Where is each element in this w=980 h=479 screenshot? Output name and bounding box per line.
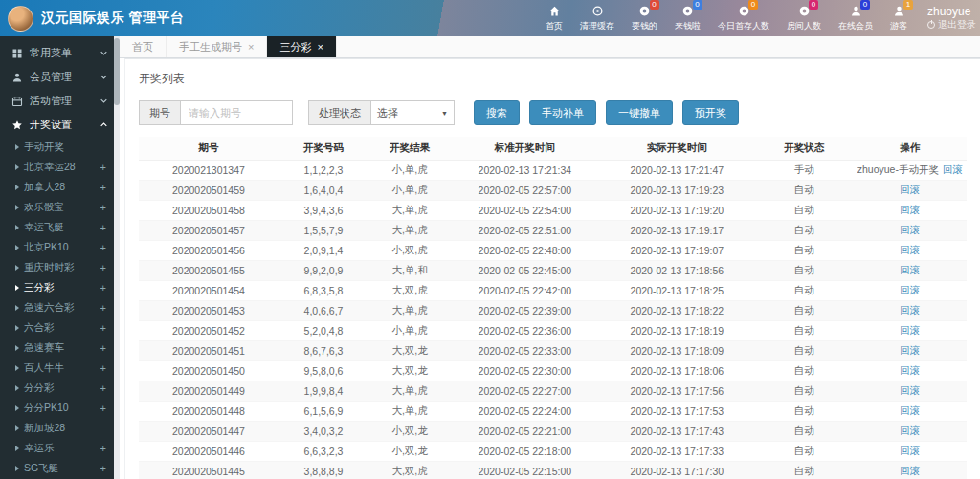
- plus-icon[interactable]: +: [100, 282, 106, 294]
- plus-icon[interactable]: +: [100, 242, 106, 253]
- sidebar-item[interactable]: 分分彩+: [0, 378, 120, 398]
- rollback-link[interactable]: 回滚: [900, 384, 920, 396]
- sidebar-item[interactable]: 重庆时时彩+: [0, 257, 120, 277]
- sidebar-item[interactable]: 幸运飞艇+: [0, 217, 120, 237]
- plus-icon[interactable]: +: [100, 362, 106, 374]
- plus-icon[interactable]: +: [100, 182, 106, 193]
- sidebar-group[interactable]: 常用菜单: [0, 41, 120, 65]
- sidebar-item[interactable]: 欢乐骰宝+: [0, 197, 120, 217]
- sidebar-item[interactable]: 幸运乐+: [0, 438, 120, 458]
- rollback-link[interactable]: 回滚: [900, 344, 920, 356]
- rollback-link[interactable]: 回滚: [900, 324, 920, 336]
- rollback-link[interactable]: 回滚: [900, 204, 920, 215]
- room-count-icon: 0: [797, 5, 811, 18]
- table-row: 20200213013471,1,2,2,3小,单,虎2020-02-13 17…: [139, 161, 967, 181]
- column-header: 标准开奖时间: [451, 137, 599, 161]
- table-cell: 大,双,龙: [368, 361, 451, 381]
- arrow-right-icon: [15, 265, 19, 271]
- rollback-link[interactable]: 回滚: [900, 184, 920, 195]
- manual-supplement-button[interactable]: 手动补单: [529, 100, 596, 125]
- tab-item[interactable]: 首页: [120, 36, 167, 57]
- status-select[interactable]: 选择 ▼: [370, 100, 455, 125]
- table-cell: 小,单,虎: [368, 161, 451, 181]
- sidebar-item[interactable]: 北京PK10+: [0, 237, 120, 257]
- rollback-link[interactable]: 回滚: [900, 244, 920, 255]
- sidebar-item[interactable]: 百人牛牛+: [0, 358, 120, 378]
- close-icon[interactable]: ×: [317, 41, 323, 53]
- table-cell: 2020020501450: [139, 361, 278, 381]
- rollback-link[interactable]: 回滚: [900, 364, 920, 376]
- arrow-right-icon: [15, 164, 19, 170]
- plus-icon[interactable]: +: [100, 162, 106, 173]
- navbar-item[interactable]: 清理缓存: [571, 0, 623, 36]
- rollback-link[interactable]: 回滚: [900, 425, 920, 436]
- plus-icon[interactable]: +: [100, 202, 106, 213]
- sidebar-item[interactable]: 急速六合彩+: [0, 297, 120, 317]
- plus-icon[interactable]: +: [100, 322, 106, 334]
- table-cell: 2020-02-05 22:54:00: [451, 201, 599, 221]
- navbar-item[interactable]: 0在线会员: [830, 0, 881, 36]
- tab-active[interactable]: 三分彩×: [267, 36, 336, 57]
- sidebar-group[interactable]: 会员管理: [0, 65, 120, 89]
- plus-icon[interactable]: +: [100, 302, 106, 314]
- rollback-link[interactable]: 回滚: [900, 264, 920, 275]
- batch-cancel-button[interactable]: 一键撤单: [606, 100, 673, 125]
- sidebar-item-label: 幸运飞艇: [24, 221, 96, 234]
- table-cell: 大,双,虎: [368, 281, 451, 301]
- table-cell: 2020-02-13 17:19:07: [599, 241, 755, 261]
- logout-button[interactable]: 退出登录: [927, 18, 976, 32]
- rollback-link[interactable]: 回滚: [900, 284, 920, 295]
- sidebar-scrollbar[interactable]: [114, 36, 120, 479]
- plus-icon[interactable]: +: [100, 382, 106, 394]
- sidebar-item[interactable]: SG飞艇+: [0, 458, 120, 478]
- sidebar-item[interactable]: 三分彩+: [0, 277, 120, 297]
- table-cell: 9,5,8,0,6: [278, 361, 368, 381]
- rollback-link[interactable]: 回滚: [900, 465, 920, 476]
- search-toolbar: 期号 处理状态 选择 ▼ 搜索 手动补单 一键撤单 预开奖: [125, 97, 980, 125]
- sidebar-item[interactable]: 新加坡28: [0, 418, 120, 438]
- plus-icon[interactable]: +: [100, 443, 106, 454]
- table-cell: 自动: [755, 301, 854, 321]
- navbar-item[interactable]: 0今日首存人数: [709, 0, 778, 36]
- issue-label: 期号: [139, 100, 180, 125]
- navbar-item[interactable]: 1游客: [881, 0, 916, 36]
- plus-icon[interactable]: +: [100, 222, 106, 233]
- rollback-link[interactable]: 回滚: [900, 224, 920, 235]
- table-cell: 2020-02-13 17:18:25: [599, 281, 755, 301]
- sidebar-item[interactable]: 分分PK10+: [0, 398, 120, 418]
- sidebar-item[interactable]: 手动开奖: [0, 137, 120, 157]
- sidebar-item[interactable]: 北京幸运28+: [0, 157, 120, 177]
- close-icon[interactable]: ×: [248, 41, 254, 53]
- sidebar-scrollbar-thumb[interactable]: [114, 38, 120, 105]
- navbar-item-label: 在线会员: [838, 20, 873, 33]
- navbar-item[interactable]: 0来钱啦: [666, 0, 709, 36]
- rollback-link[interactable]: 回滚: [900, 445, 920, 456]
- user-menu[interactable]: zhuoyue 退出登录: [916, 0, 980, 36]
- issue-input[interactable]: [180, 100, 293, 125]
- tab-item[interactable]: 手工生成期号×: [167, 36, 267, 57]
- sidebar-item[interactable]: 加拿大28+: [0, 177, 120, 197]
- sidebar-item[interactable]: 六合彩+: [0, 317, 120, 337]
- rollback-link[interactable]: 回滚: [900, 404, 920, 416]
- navbar-item[interactable]: 0房间人数: [778, 0, 830, 36]
- plus-icon[interactable]: +: [100, 342, 106, 354]
- plus-icon[interactable]: +: [100, 262, 106, 273]
- sidebar-group[interactable]: 开奖设置: [0, 113, 120, 137]
- rollback-link[interactable]: 回滚: [943, 163, 963, 175]
- table-row: 20200205014518,6,7,6,3大,双,龙2020-02-05 22…: [139, 341, 967, 361]
- table-cell: 2020-02-13 17:17:33: [599, 442, 755, 462]
- navbar-item-label: 首页: [546, 20, 563, 33]
- navbar-item[interactable]: 首页: [537, 0, 571, 36]
- sidebar-group[interactable]: 活动管理: [0, 89, 120, 113]
- search-button[interactable]: 搜索: [474, 100, 520, 125]
- pre-draw-button[interactable]: 预开奖: [682, 100, 739, 125]
- navbar-item[interactable]: 0要钱的: [623, 0, 666, 36]
- table-cell: 2020-02-05 22:33:00: [451, 341, 599, 361]
- table-cell: 2020-02-05 22:15:00: [451, 462, 599, 479]
- table-row: 20200205014559,9,2,0,9大,单,和2020-02-05 22…: [139, 261, 967, 281]
- plus-icon[interactable]: +: [100, 403, 106, 414]
- sidebar-item[interactable]: 急速赛车+: [0, 337, 120, 358]
- plus-icon[interactable]: +: [100, 463, 106, 474]
- rollback-link[interactable]: 回滚: [900, 304, 920, 316]
- table-row: 20200205014571,5,5,7,9大,单,虎2020-02-05 22…: [139, 221, 967, 241]
